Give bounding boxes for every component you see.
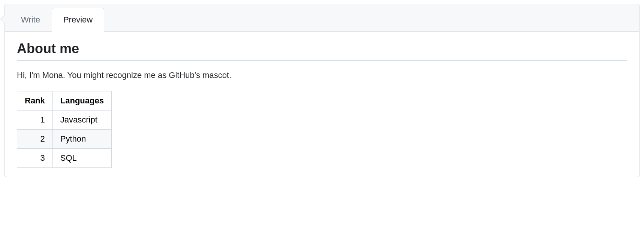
table-cell-language: Javascript [52,111,111,130]
table-header-languages: Languages [52,91,111,111]
page-title: About me [17,41,627,61]
preview-pane: About me Hi, I'm Mona. You might recogni… [5,32,639,177]
tab-preview[interactable]: Preview [52,8,104,32]
table-header-row: Rank Languages [17,91,112,111]
tab-bar: Write Preview [5,4,639,32]
tab-write[interactable]: Write [9,8,52,32]
table-row: 1 Javascript [17,111,112,130]
table-cell-rank: 2 [17,130,53,149]
table-cell-rank: 3 [17,149,53,168]
table-row: 3 SQL [17,149,112,168]
table-cell-rank: 1 [17,111,53,130]
markdown-editor: Write Preview About me Hi, I'm Mona. You… [4,4,640,177]
languages-table: Rank Languages 1 Javascript 2 Python 3 S… [17,91,112,168]
intro-paragraph: Hi, I'm Mona. You might recognize me as … [17,69,627,81]
table-cell-language: SQL [52,149,111,168]
table-row: 2 Python [17,130,112,149]
table-header-rank: Rank [17,91,53,111]
table-cell-language: Python [52,130,111,149]
